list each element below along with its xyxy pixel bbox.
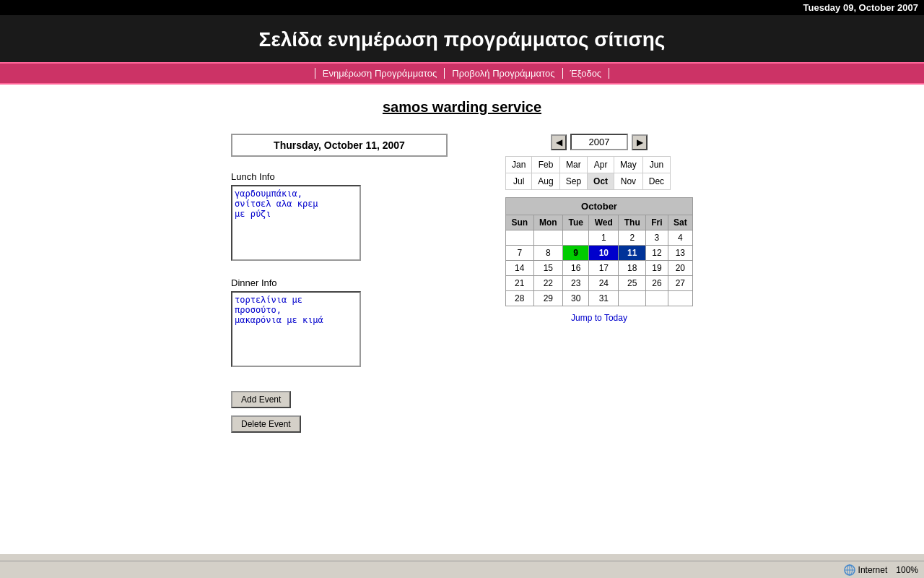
calendar-day-2[interactable]: 2 (619, 230, 646, 246)
selected-date-box: Thursday, October 11, 2007 (231, 134, 448, 157)
right-panel: ◀ 2007 ▶ Jan Feb Mar Apr May Jun Jul Aug… (505, 134, 693, 323)
calendar-day-13[interactable]: 13 (668, 246, 692, 261)
calendar-day-28[interactable]: 28 (506, 291, 534, 306)
month-jan[interactable]: Jan (506, 157, 532, 173)
left-panel: Thursday, October 11, 2007 Lunch Info γα… (231, 134, 476, 440)
col-tue: Tue (563, 215, 589, 230)
calendar-day-16[interactable]: 16 (563, 261, 589, 276)
lunch-section: Lunch Info γαρδουμπάκια, σνίτσελ αλα κρε… (231, 171, 476, 263)
lunch-label: Lunch Info (231, 171, 476, 182)
calendar-day-8[interactable]: 8 (533, 246, 563, 261)
calendar-empty (506, 230, 534, 246)
page-subtitle: samos warding service (22, 99, 902, 116)
calendar-day-25[interactable]: 25 (619, 276, 646, 291)
current-datetime: Tuesday 09, October 2007 (803, 2, 918, 13)
month-grid: Jan Feb Mar Apr May Jun Jul Aug Sep Oct … (505, 156, 671, 190)
col-wed: Wed (589, 215, 619, 230)
calendar-day-31[interactable]: 31 (589, 291, 619, 306)
calendar-day-4[interactable]: 4 (668, 230, 692, 246)
calendar-day-21[interactable]: 21 (506, 276, 534, 291)
month-jun[interactable]: Jun (642, 157, 670, 173)
year-nav: ◀ 2007 ▶ (505, 134, 693, 150)
top-bar: Tuesday 09, October 2007 (0, 0, 924, 15)
calendar-day-14[interactable]: 14 (506, 261, 534, 276)
calendar-day-24[interactable]: 24 (589, 276, 619, 291)
button-area: Add Event Delete Event (231, 391, 476, 433)
year-display: 2007 (570, 134, 628, 150)
month-jul[interactable]: Jul (506, 173, 532, 190)
calendar-day-30[interactable]: 30 (563, 291, 589, 306)
month-sep[interactable]: Sep (559, 173, 587, 190)
header: Σελίδα ενημέρωση προγράμματος σίτισης (0, 15, 924, 62)
calendar-empty (619, 291, 646, 306)
calendar-day-17[interactable]: 17 (589, 261, 619, 276)
calendar-empty (533, 230, 563, 246)
calendar-day-10[interactable]: 10 (589, 246, 619, 261)
lunch-textarea[interactable]: γαρδουμπάκια, σνίτσελ αλα κρεμ με ρύζι (231, 185, 361, 261)
calendar-day-12[interactable]: 12 (646, 246, 668, 261)
calendar-day-11[interactable]: 11 (619, 246, 646, 261)
calendar-day-27[interactable]: 27 (668, 276, 692, 291)
jump-today-link[interactable]: Jump to Today (571, 313, 627, 323)
delete-event-button[interactable]: Delete Event (231, 415, 301, 433)
month-apr[interactable]: Apr (588, 157, 614, 173)
calendar-day-9[interactable]: 9 (563, 246, 589, 261)
calendar-day-20[interactable]: 20 (668, 261, 692, 276)
prev-year-button[interactable]: ◀ (551, 134, 567, 150)
calendar-day-18[interactable]: 18 (619, 261, 646, 276)
main-content: samos warding service Thursday, October … (0, 85, 924, 554)
month-aug[interactable]: Aug (532, 173, 559, 190)
page-title: Σελίδα ενημέρωση προγράμματος σίτισης (0, 28, 924, 51)
calendar-empty (563, 230, 589, 246)
month-nov[interactable]: Nov (614, 173, 643, 190)
month-mar[interactable]: Mar (559, 157, 587, 173)
content-area: Thursday, October 11, 2007 Lunch Info γα… (22, 134, 902, 440)
month-dec[interactable]: Dec (642, 173, 670, 190)
calendar-day-23[interactable]: 23 (563, 276, 589, 291)
col-sat: Sat (668, 215, 692, 230)
nav-exit[interactable]: Έξοδος (563, 68, 610, 79)
month-oct[interactable]: Oct (588, 173, 614, 190)
calendar-day-29[interactable]: 29 (533, 291, 563, 306)
col-thu: Thu (619, 215, 646, 230)
calendar-day-15[interactable]: 15 (533, 261, 563, 276)
calendar-empty (668, 291, 692, 306)
calendar-day-26[interactable]: 26 (646, 276, 668, 291)
col-mon: Mon (533, 215, 563, 230)
calendar-body: 1234789101112131415161718192021222324252… (506, 230, 693, 306)
col-fri: Fri (646, 215, 668, 230)
nav-bar: Ενημέρωση ΠρογράμματοςΠροβολή Προγράμματ… (0, 62, 924, 85)
add-event-button[interactable]: Add Event (231, 391, 291, 408)
calendar-day-1[interactable]: 1 (589, 230, 619, 246)
col-sun: Sun (506, 215, 534, 230)
calendar-day-19[interactable]: 19 (646, 261, 668, 276)
next-year-button[interactable]: ▶ (632, 134, 648, 150)
dinner-textarea[interactable]: τορτελίνια με προσούτο, μακαρόνια με κιμ… (231, 291, 361, 367)
nav-view[interactable]: Προβολή Προγράμματος (445, 68, 562, 79)
jump-today-container: Jump to Today (505, 312, 693, 323)
calendar-empty (646, 291, 668, 306)
calendar-day-3[interactable]: 3 (646, 230, 668, 246)
calendar-table: Sun Mon Tue Wed Thu Fri Sat 123478910111… (505, 215, 693, 306)
month-may[interactable]: May (614, 157, 643, 173)
month-feb[interactable]: Feb (532, 157, 559, 173)
calendar-day-22[interactable]: 22 (533, 276, 563, 291)
dinner-section: Dinner Info τορτελίνια με προσούτο, μακα… (231, 277, 476, 369)
calendar-month-header: October (505, 197, 693, 215)
nav-update[interactable]: Ενημέρωση Προγράμματος (315, 68, 445, 79)
calendar-day-7[interactable]: 7 (506, 246, 534, 261)
dinner-label: Dinner Info (231, 277, 476, 288)
